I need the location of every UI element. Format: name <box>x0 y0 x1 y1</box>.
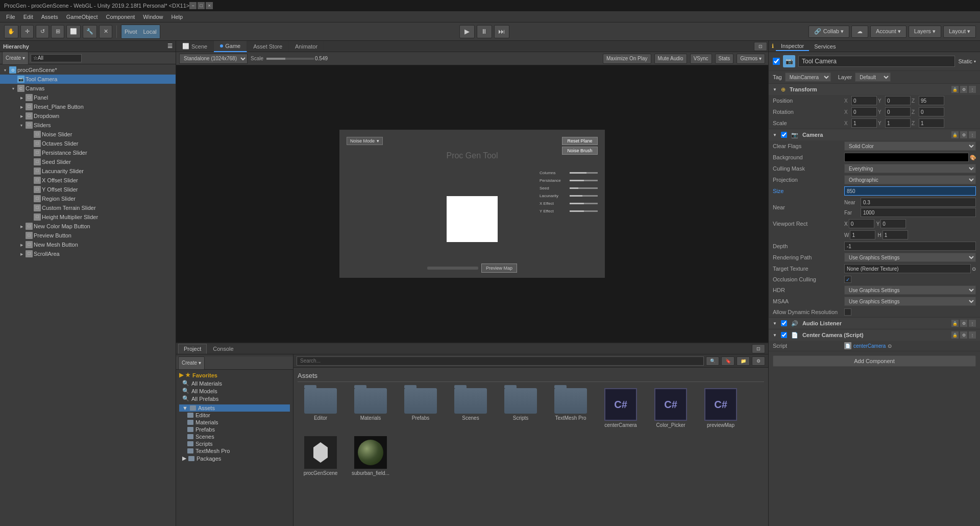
tree-item-height-multiplier-slider[interactable]: ▶ ☐ Height Multiplier Slider <box>0 212 176 222</box>
step-button[interactable]: ⏭ <box>494 25 509 38</box>
tree-item-y-offset-slider[interactable]: ▶ ☐ Y Offset Slider <box>0 185 176 194</box>
viewport-h-input[interactable] <box>883 230 908 240</box>
object-active-checkbox[interactable] <box>773 58 780 65</box>
asset-prefabs[interactable]: Prefabs <box>398 386 444 430</box>
size-input[interactable]: 850 <box>844 186 976 196</box>
pause-button[interactable]: ⏸ <box>477 25 492 38</box>
reset-plane-btn[interactable]: Reset Plane <box>562 137 598 145</box>
project-create-button[interactable]: Create ▾ <box>178 356 205 370</box>
occlusion-culling-checkbox[interactable] <box>844 276 851 283</box>
transform-component-header[interactable]: ▼ ⊕ Transform 🔒 ⚙ ⋮ <box>769 84 980 95</box>
project-item-textmesh-pro[interactable]: TextMesh Pro <box>179 447 290 455</box>
project-item-editor[interactable]: Editor <box>179 412 290 419</box>
audio-menu-icon[interactable]: ⋮ <box>969 320 976 327</box>
object-name-input[interactable] <box>798 56 955 67</box>
viewport-w-input[interactable] <box>850 230 875 240</box>
target-texture-input[interactable] <box>844 264 971 273</box>
asset-suburban-field[interactable]: suburban_field... <box>348 434 394 478</box>
clear-flags-select[interactable]: Solid Color <box>844 141 976 151</box>
pivot-button[interactable]: Pivot <box>121 25 140 38</box>
menu-gameobject[interactable]: GameObject <box>62 13 102 21</box>
menu-component[interactable]: Component <box>102 13 139 21</box>
assets-view-btn[interactable]: 📁 <box>737 356 750 366</box>
assets-search-input[interactable] <box>297 356 704 366</box>
tree-item-region-slider[interactable]: ▶ ☐ Region Slider <box>0 194 176 203</box>
project-item-scripts[interactable]: Scripts <box>179 440 290 447</box>
transform-menu-icon[interactable]: ⋮ <box>969 86 976 93</box>
local-button[interactable]: Local <box>140 25 159 38</box>
rotation-y-input[interactable]: 0 <box>885 107 911 116</box>
script-ref-pick-icon[interactable]: ⊙ <box>888 343 892 349</box>
layers-button[interactable]: Layers ▾ <box>909 26 941 38</box>
static-toggle[interactable]: Static ▾ <box>958 58 976 64</box>
tree-item-x-offset-slider[interactable]: ▶ ☐ X Offset Slider <box>0 176 176 185</box>
tool-rect[interactable]: ⬜ <box>66 25 81 38</box>
position-z-input[interactable]: 95 <box>919 96 944 105</box>
tool-rotate[interactable]: ↺ <box>36 25 49 38</box>
maximize-button[interactable]: □ <box>198 2 205 9</box>
asset-textmesh-pro[interactable]: TextMesh Pro <box>548 386 594 430</box>
tree-item-dropdown[interactable]: ☐ Dropdown <box>0 111 176 121</box>
project-item-all-prefabs[interactable]: 🔍 All Prefabs <box>179 395 290 402</box>
gizmos-button[interactable]: Gizmos ▾ <box>737 54 765 64</box>
audio-lock-icon[interactable]: 🔒 <box>951 320 959 327</box>
project-item-all-models[interactable]: 🔍 All Models <box>179 387 290 395</box>
bottom-slider-h[interactable] <box>427 267 478 270</box>
tag-select[interactable]: MainCamera <box>785 73 831 82</box>
tree-item-preview-button[interactable]: ▶ ☐ Preview Button <box>0 231 176 240</box>
mute-audio-button[interactable]: Mute Audio <box>654 54 687 64</box>
cloud-button[interactable]: ☁ <box>851 26 868 38</box>
favorites-header[interactable]: ▶ ★ Favorites <box>179 371 290 379</box>
tab-services[interactable]: Services <box>809 42 841 51</box>
audio-listener-checkbox[interactable] <box>781 320 787 326</box>
hdr-select[interactable]: Use Graphics Settings <box>844 285 976 295</box>
tool-hand[interactable]: ✋ <box>4 25 18 38</box>
viewport-y-input[interactable] <box>880 219 906 228</box>
asset-materials[interactable]: Materials <box>348 386 394 430</box>
tree-item-noise-slider[interactable]: ▶ ☐ Noise Slider <box>0 130 176 139</box>
asset-scripts[interactable]: Scripts <box>498 386 544 430</box>
tree-item-procGenScene[interactable]: ⊙ procGenScene* <box>0 65 176 75</box>
menu-edit[interactable]: Edit <box>19 13 37 21</box>
rotation-z-input[interactable]: 0 <box>919 107 944 116</box>
rotation-x-input[interactable]: 0 <box>851 107 877 116</box>
scale-y-input[interactable]: 1 <box>885 118 911 128</box>
target-texture-pick-icon[interactable]: ⊙ <box>972 266 976 272</box>
tree-item-new-mesh-button[interactable]: ☐ New Mesh Button <box>0 240 176 249</box>
maximize-on-play-button[interactable]: Maximize On Play <box>603 54 651 64</box>
x-effect-slider[interactable] <box>570 203 598 204</box>
viewport-x-input[interactable] <box>849 219 874 228</box>
allow-dynamic-resolution-checkbox[interactable] <box>844 308 851 316</box>
project-item-assets[interactable]: ▼ Assets <box>179 404 290 412</box>
asset-color-picker[interactable]: C# Color_Picker <box>648 386 694 430</box>
center-camera-header[interactable]: ▼ 📄 Center Camera (Script) 🔒 ⚙ ⋮ <box>769 329 980 341</box>
audio-listener-header[interactable]: ▼ 🔊 Audio Listener 🔒 ⚙ ⋮ <box>769 318 980 329</box>
tree-item-sliders[interactable]: ☐ Sliders <box>0 121 176 130</box>
seed-slider[interactable] <box>570 187 598 189</box>
cc-lock-icon[interactable]: 🔒 <box>951 331 959 339</box>
tab-project[interactable]: Project <box>178 344 207 354</box>
center-camera-script-checkbox[interactable] <box>781 332 787 338</box>
camera-active-checkbox[interactable] <box>781 132 787 138</box>
columns-slider[interactable] <box>570 172 598 174</box>
collab-button[interactable]: 🔗 Collab ▾ <box>808 26 849 38</box>
bottom-panel-maximize[interactable]: ⊡ <box>752 344 765 353</box>
preview-map-btn[interactable]: Preview Map <box>481 264 517 273</box>
asset-preview-map[interactable]: C# previewMap <box>698 386 744 430</box>
tree-item-new-color-map-button[interactable]: ☐ New Color Map Button <box>0 222 176 231</box>
tree-item-custom-terrain-slider[interactable]: ▶ ☐ Custom Terrain Slider <box>0 203 176 212</box>
add-component-button[interactable]: Add Component <box>773 355 976 367</box>
projection-select[interactable]: Orthographic <box>844 175 976 184</box>
project-item-scenes[interactable]: Scenes <box>179 433 290 440</box>
scale-z-input[interactable]: 1 <box>919 118 944 128</box>
y-effect-slider[interactable] <box>570 210 598 212</box>
depth-input[interactable]: -1 <box>844 242 976 251</box>
tab-inspector[interactable]: Inspector <box>776 42 809 51</box>
tab-scene[interactable]: ⬜ Scene <box>176 41 214 52</box>
color-picker-icon[interactable]: 🎨 <box>970 155 976 160</box>
tab-console[interactable]: Console <box>207 344 239 354</box>
noise-mode-dropdown[interactable]: Noise Mode ▾ <box>347 137 383 145</box>
background-color-swatch[interactable] <box>844 153 969 162</box>
asset-proc-gen-scene[interactable]: procGenScene <box>298 434 344 478</box>
tool-transform[interactable]: 🔧 <box>83 25 97 38</box>
